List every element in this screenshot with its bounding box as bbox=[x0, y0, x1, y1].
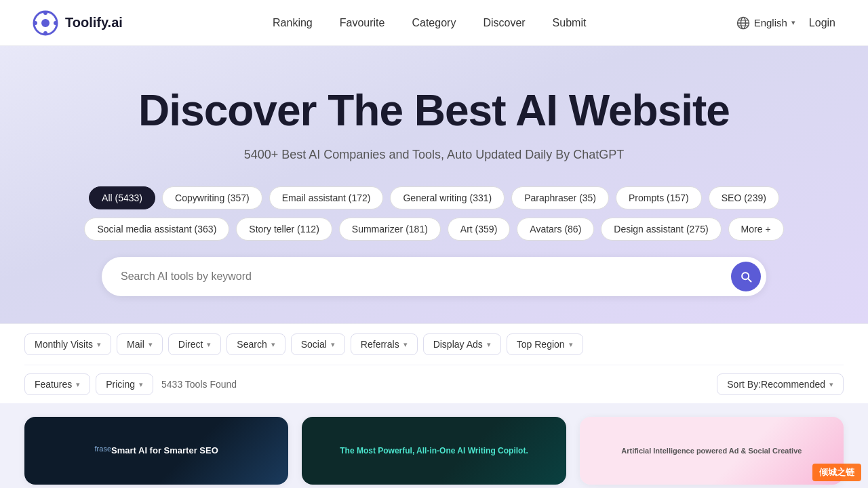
filter-search-chevron: ▾ bbox=[271, 340, 275, 349]
watermark: 倾城之链 bbox=[812, 464, 861, 481]
filter-direct-label: Direct bbox=[178, 339, 203, 350]
filter-monthly-visits-chevron: ▾ bbox=[97, 340, 101, 349]
search-container bbox=[102, 257, 766, 296]
logo[interactable]: Toolify.ai bbox=[33, 10, 123, 36]
language-label: English bbox=[754, 17, 787, 28]
filter-search-label: Search bbox=[237, 339, 267, 350]
filter-social[interactable]: Social ▾ bbox=[291, 333, 345, 355]
filter-pricing[interactable]: Pricing ▾ bbox=[96, 373, 153, 395]
category-tags-row2: Social media assistant (363) Story telle… bbox=[27, 218, 841, 241]
filter-referrals-label: Referrals bbox=[361, 339, 399, 350]
hero-title: Discover The Best AI Website bbox=[27, 87, 841, 134]
tag-art[interactable]: Art (359) bbox=[448, 218, 510, 241]
filter-social-chevron: ▾ bbox=[331, 340, 335, 349]
tag-seo[interactable]: SEO (239) bbox=[709, 186, 779, 209]
tool-card-1[interactable]: frase Smart AI for Smarter SEO bbox=[24, 417, 288, 485]
svg-point-4 bbox=[33, 21, 37, 25]
language-chevron-icon: ▾ bbox=[791, 18, 795, 27]
filter-top-region[interactable]: Top Region ▾ bbox=[507, 333, 583, 355]
filter-display-ads-chevron: ▾ bbox=[487, 340, 491, 349]
language-selector[interactable]: English ▾ bbox=[736, 16, 795, 30]
tag-paraphraser[interactable]: Paraphraser (35) bbox=[511, 186, 609, 209]
card-3-title: Artificial Intelligence powered Ad & Soc… bbox=[621, 446, 802, 455]
sort-dropdown[interactable]: Sort By:Recommended ▾ bbox=[717, 373, 844, 395]
globe-icon bbox=[736, 16, 750, 30]
tag-story-teller[interactable]: Story teller (112) bbox=[236, 218, 332, 241]
card-1-content: frase Smart AI for Smarter SEO bbox=[24, 417, 288, 485]
svg-point-2 bbox=[43, 11, 47, 15]
filter-referrals-chevron: ▾ bbox=[403, 340, 408, 349]
search-input[interactable] bbox=[102, 257, 766, 296]
filter-mail-label: Mail bbox=[127, 339, 144, 350]
tag-email-assistant[interactable]: Email assistant (172) bbox=[269, 186, 384, 209]
search-icon bbox=[739, 270, 753, 283]
tag-more[interactable]: More + bbox=[728, 218, 784, 241]
filter-mail-chevron: ▾ bbox=[149, 340, 153, 349]
filter-row-2: Features ▾ Pricing ▾ 5433 Tools Found So… bbox=[24, 365, 844, 403]
filter-pricing-label: Pricing bbox=[106, 379, 135, 390]
tag-social-media[interactable]: Social media assistant (363) bbox=[84, 218, 229, 241]
filter-row-1: Monthly Visits ▾ Mail ▾ Direct ▾ Search … bbox=[24, 324, 844, 365]
filter-social-label: Social bbox=[301, 339, 327, 350]
search-button[interactable] bbox=[731, 262, 761, 291]
tag-avatars[interactable]: Avatars (86) bbox=[517, 218, 594, 241]
svg-point-3 bbox=[43, 31, 47, 35]
filter-top-region-label: Top Region bbox=[517, 339, 565, 350]
nav-discover[interactable]: Discover bbox=[483, 17, 525, 29]
nav-submit[interactable]: Submit bbox=[553, 17, 587, 29]
navbar: Toolify.ai Ranking Favourite Category Di… bbox=[0, 0, 868, 46]
svg-point-1 bbox=[41, 19, 50, 27]
sort-chevron-icon: ▾ bbox=[829, 380, 833, 389]
card-1-title: Smart AI for Smarter SEO bbox=[111, 445, 218, 457]
category-tags-row1: All (5433) Copywriting (357) Email assis… bbox=[27, 186, 841, 209]
nav-links: Ranking Favourite Category Discover Subm… bbox=[273, 17, 586, 29]
hero-section: Discover The Best AI Website 5400+ Best … bbox=[0, 46, 868, 323]
filter-direct-chevron: ▾ bbox=[207, 340, 211, 349]
filter-pricing-chevron: ▾ bbox=[139, 380, 143, 389]
tag-summarizer[interactable]: Summarizer (181) bbox=[339, 218, 441, 241]
filter-features-label: Features bbox=[35, 379, 72, 390]
filter-features[interactable]: Features ▾ bbox=[24, 373, 90, 395]
filter-display-ads[interactable]: Display Ads ▾ bbox=[423, 333, 501, 355]
nav-category[interactable]: Category bbox=[412, 17, 456, 29]
tag-prompts[interactable]: Prompts (157) bbox=[616, 186, 702, 209]
logo-text: Toolify.ai bbox=[65, 15, 123, 30]
filter-search[interactable]: Search ▾ bbox=[226, 333, 285, 355]
card-1-logo: frase bbox=[95, 445, 111, 453]
filter-monthly-visits[interactable]: Monthly Visits ▾ bbox=[24, 333, 111, 355]
filter-monthly-visits-label: Monthly Visits bbox=[35, 339, 93, 350]
tools-count: 5433 Tools Found bbox=[161, 379, 237, 390]
filter-referrals[interactable]: Referrals ▾ bbox=[351, 333, 418, 355]
tag-general-writing[interactable]: General writing (331) bbox=[390, 186, 505, 209]
hero-subtitle: 5400+ Best AI Companies and Tools, Auto … bbox=[27, 148, 841, 162]
nav-ranking[interactable]: Ranking bbox=[273, 17, 313, 29]
filter-direct[interactable]: Direct ▾ bbox=[168, 333, 222, 355]
card-3-content: Artificial Intelligence powered Ad & Soc… bbox=[580, 417, 844, 485]
tool-card-3[interactable]: Artificial Intelligence powered Ad & Soc… bbox=[580, 417, 844, 485]
filter-section: Monthly Visits ▾ Mail ▾ Direct ▾ Search … bbox=[0, 323, 868, 403]
filter-features-chevron: ▾ bbox=[76, 380, 80, 389]
filter-display-ads-label: Display Ads bbox=[433, 339, 483, 350]
tag-design-assistant[interactable]: Design assistant (275) bbox=[601, 218, 721, 241]
nav-right: English ▾ Login bbox=[736, 16, 835, 30]
filter-top-region-chevron: ▾ bbox=[569, 340, 573, 349]
cards-section: frase Smart AI for Smarter SEO The Most … bbox=[0, 403, 868, 485]
tool-card-2[interactable]: The Most Powerful, All-in-One AI Writing… bbox=[302, 417, 566, 485]
sort-label: Sort By:Recommended bbox=[727, 379, 825, 390]
tag-copywriting[interactable]: Copywriting (357) bbox=[162, 186, 262, 209]
card-2-title: The Most Powerful, All-in-One AI Writing… bbox=[340, 446, 528, 457]
svg-point-5 bbox=[54, 21, 58, 25]
logo-icon bbox=[33, 10, 58, 36]
login-button[interactable]: Login bbox=[809, 17, 835, 29]
tag-all[interactable]: All (5433) bbox=[89, 186, 155, 209]
card-2-content: The Most Powerful, All-in-One AI Writing… bbox=[302, 417, 566, 485]
filter-mail[interactable]: Mail ▾ bbox=[117, 333, 163, 355]
nav-favourite[interactable]: Favourite bbox=[340, 17, 385, 29]
